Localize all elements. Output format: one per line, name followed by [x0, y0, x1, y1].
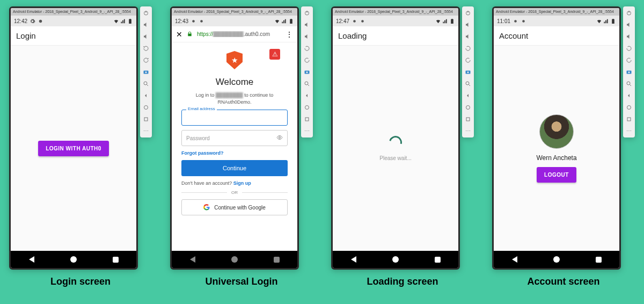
sign-up-link[interactable]: Sign up [233, 180, 251, 186]
nav-back-icon[interactable] [29, 256, 34, 263]
page-title: Login [16, 31, 36, 40]
svg-point-21 [361, 20, 364, 23]
more-icon[interactable]: ⋯ [143, 128, 149, 134]
volume-up-icon[interactable] [465, 21, 471, 28]
gear-icon [513, 18, 518, 24]
status-bar: 12:47 [333, 16, 458, 26]
home-icon[interactable] [143, 116, 149, 122]
auth0-logo-icon: ★ [226, 51, 243, 69]
password-field[interactable]: Password [181, 130, 288, 146]
svg-point-15 [306, 71, 308, 73]
home-icon[interactable] [626, 116, 632, 122]
overview-icon[interactable] [465, 104, 471, 111]
url-text: https://████████.auth0.com [197, 31, 270, 37]
continue-with-google-button[interactable]: Continue with Google [181, 199, 288, 215]
rotate-right-icon[interactable] [304, 57, 310, 63]
nav-home-icon[interactable] [392, 256, 399, 263]
emulator-login: Android Emulator - 2018_Special_Pixel_3_… [9, 6, 138, 270]
volume-down-icon[interactable] [143, 33, 149, 40]
forgot-password-link[interactable]: Forgot password? [181, 150, 224, 156]
svg-point-0 [39, 19, 42, 23]
rotate-left-icon[interactable] [465, 45, 471, 52]
power-icon[interactable] [304, 10, 310, 16]
email-field[interactable]: Email address [181, 110, 288, 126]
more-icon[interactable]: ⋯ [304, 128, 310, 134]
camera-icon[interactable] [143, 69, 149, 75]
svg-point-11 [279, 137, 281, 139]
power-icon[interactable] [626, 10, 632, 16]
close-icon[interactable]: ✕ [176, 30, 182, 39]
overview-icon[interactable] [626, 104, 632, 111]
avatar [539, 114, 574, 149]
home-icon[interactable] [465, 116, 471, 122]
svg-point-4 [145, 71, 147, 73]
window-title: Android Emulator - 2018_Special_Pixel_3_… [494, 8, 619, 16]
power-icon[interactable] [465, 10, 471, 16]
camera-icon[interactable] [304, 69, 310, 75]
browser-bar: ✕ https://████████.auth0.com ⋮ [172, 26, 297, 42]
zoom-icon[interactable] [626, 81, 632, 87]
zoom-icon[interactable] [304, 81, 310, 87]
debug-icon [360, 18, 365, 24]
nav-bar [172, 251, 297, 268]
nav-back-icon[interactable] [351, 256, 356, 263]
rotate-right-icon[interactable] [626, 57, 632, 63]
svg-point-9 [192, 20, 195, 23]
svg-rect-29 [466, 118, 470, 121]
home-icon[interactable] [304, 116, 310, 122]
zoom-icon[interactable] [465, 81, 471, 87]
camera-icon[interactable] [626, 69, 632, 75]
nav-overview-icon[interactable] [596, 257, 602, 263]
rotate-left-icon[interactable] [304, 45, 310, 52]
volume-up-icon[interactable] [304, 21, 310, 28]
logout-button[interactable]: LOGOUT [537, 167, 576, 183]
emulator-toolbar: ⋯ [462, 6, 474, 137]
more-icon[interactable]: ⋯ [465, 128, 471, 134]
rotate-right-icon[interactable] [465, 57, 471, 63]
clock: 12:47 [336, 18, 349, 24]
caption: Loading screen [367, 276, 438, 287]
menu-icon[interactable]: ⋮ [286, 30, 293, 39]
overview-icon[interactable] [304, 104, 310, 111]
show-password-icon[interactable] [276, 134, 283, 142]
rotate-right-icon[interactable] [143, 57, 149, 63]
svg-rect-39 [627, 118, 631, 121]
nav-overview-icon[interactable] [113, 257, 119, 263]
camera-icon[interactable] [465, 69, 471, 75]
svg-point-35 [628, 71, 630, 73]
app-bar: Account [494, 26, 619, 46]
nav-overview-icon[interactable] [274, 257, 280, 263]
svg-point-20 [353, 20, 356, 23]
nav-home-icon[interactable] [70, 256, 77, 263]
wifi-icon [596, 18, 602, 24]
svg-point-30 [514, 20, 517, 23]
power-icon[interactable] [143, 10, 149, 16]
rotate-left-icon[interactable] [626, 45, 632, 52]
back-icon[interactable] [143, 92, 149, 99]
login-with-auth0-button[interactable]: LOGIN WITH AUTH0 [38, 141, 109, 156]
continue-button[interactable]: Continue [181, 160, 288, 176]
overview-icon[interactable] [143, 104, 149, 111]
volume-up-icon[interactable] [143, 21, 149, 28]
nav-overview-icon[interactable] [435, 257, 441, 263]
zoom-icon[interactable] [143, 81, 149, 87]
back-icon[interactable] [465, 92, 471, 99]
volume-down-icon[interactable] [304, 33, 310, 40]
rotate-left-icon[interactable] [143, 45, 149, 52]
back-icon[interactable] [626, 92, 632, 99]
warning-badge-icon[interactable]: ⚠ [269, 49, 280, 60]
volume-down-icon[interactable] [626, 33, 632, 40]
volume-up-icon[interactable] [626, 21, 632, 28]
more-icon[interactable]: ⋯ [626, 128, 632, 134]
volume-down-icon[interactable] [465, 33, 471, 40]
nav-home-icon[interactable] [553, 256, 560, 263]
wifi-icon [274, 18, 280, 24]
nav-bar [333, 251, 458, 268]
back-icon[interactable] [304, 92, 310, 99]
gear-icon [191, 18, 196, 24]
or-divider: OR [181, 190, 288, 195]
nav-back-icon[interactable] [190, 256, 195, 263]
nav-home-icon[interactable] [231, 256, 238, 263]
clock: 11:01 [497, 18, 510, 24]
nav-back-icon[interactable] [512, 256, 517, 263]
